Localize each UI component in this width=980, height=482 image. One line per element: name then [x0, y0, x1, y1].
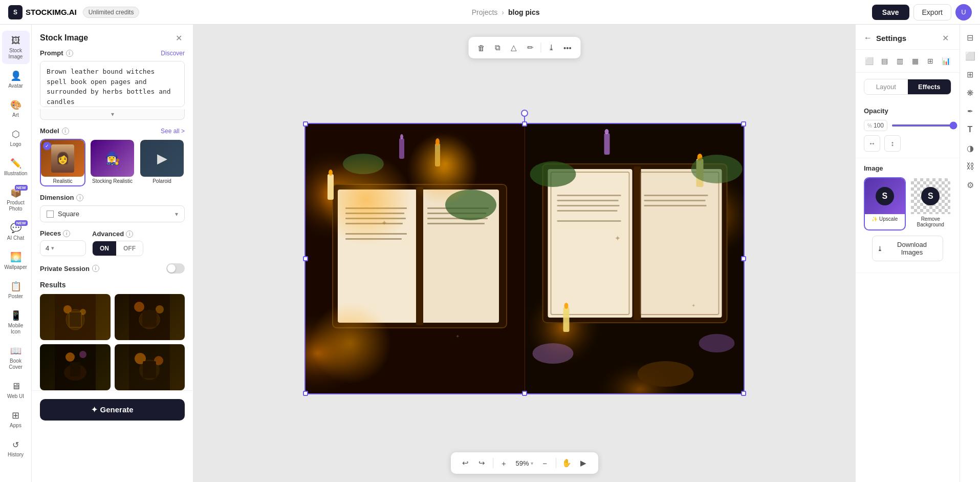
tab-effects[interactable]: Effects: [908, 79, 951, 94]
new-badge-chat: NEW: [15, 220, 28, 226]
result-image-2[interactable]: [115, 294, 185, 340]
bring-forward-button[interactable]: △: [506, 40, 521, 55]
align-right-button[interactable]: ▥: [893, 54, 907, 68]
prompt-input[interactable]: Brown leather bound witches spell book o…: [40, 61, 185, 107]
rotate-handle[interactable]: [521, 110, 528, 117]
remove-bg-logo: S: [921, 187, 940, 205]
sidebar-item-product-photo[interactable]: NEW 📦 Product Photo: [2, 183, 30, 216]
bottom-sep-2: [556, 458, 556, 468]
advanced-info-icon[interactable]: i: [126, 230, 133, 238]
opacity-slider[interactable]: [891, 124, 957, 127]
save-button[interactable]: Save: [872, 5, 909, 20]
sidebar-item-ai-chat[interactable]: NEW 💬 AI Chat: [2, 218, 30, 245]
dimension-label: Dimension i: [40, 194, 83, 201]
cursor-button[interactable]: ▶: [576, 455, 591, 471]
advanced-toggle: ON OFF: [92, 241, 143, 256]
layers-button[interactable]: ⊟: [962, 29, 979, 46]
result-image-3[interactable]: [40, 344, 111, 390]
upscale-card[interactable]: S ✨ Upscale: [864, 177, 906, 230]
sidebar-item-poster[interactable]: 📋 Poster: [2, 277, 30, 304]
settings-back-button[interactable]: ←: [864, 33, 872, 43]
zoom-out-button[interactable]: −: [537, 455, 553, 471]
topbar-right: Save Export U: [872, 4, 972, 20]
canvas-image-container[interactable]: ✦ ✦: [304, 123, 745, 394]
generate-button[interactable]: ✦ Generate: [40, 399, 185, 421]
avatar-icon: 👤: [10, 70, 21, 81]
remove-bg-card[interactable]: S Remove Background: [910, 177, 952, 230]
settings-tool-button[interactable]: ⚙: [962, 176, 979, 194]
model-img-stocking: 🧙‍♀️: [91, 140, 134, 177]
grid-tool-button[interactable]: ⊞: [962, 66, 979, 83]
text-tool-button[interactable]: T: [962, 121, 979, 138]
private-info-icon[interactable]: i: [92, 265, 99, 272]
model-card-stocking[interactable]: 🧙‍♀️ Stocking Realistic: [90, 139, 135, 186]
pieces-select[interactable]: 4 ▾: [40, 240, 86, 256]
breadcrumb-root[interactable]: Projects: [472, 8, 498, 16]
prompt-info-icon[interactable]: i: [66, 50, 73, 57]
duplicate-button[interactable]: ⧉: [490, 40, 505, 55]
sidebar-item-logo[interactable]: ⬡ Logo: [2, 124, 30, 152]
elements-button[interactable]: ❋: [962, 84, 979, 101]
discover-link[interactable]: Discover: [161, 50, 185, 57]
model-section: Model i See all > 👩 ✓ Realistic: [32, 127, 193, 194]
model-info-icon[interactable]: i: [62, 128, 69, 135]
model-name-realistic: Realistic: [41, 177, 84, 185]
flip-vertical-button[interactable]: ↕: [884, 135, 901, 152]
redo-button[interactable]: ↪: [474, 455, 489, 471]
mask-button[interactable]: ◑: [962, 139, 979, 157]
delete-button[interactable]: 🗑: [473, 40, 489, 55]
export-button[interactable]: Export: [913, 4, 951, 20]
image-cards: S ✨ Upscale S Remove Background: [864, 177, 951, 230]
model-card-realistic[interactable]: 👩 ✓ Realistic: [40, 139, 85, 186]
sidebar-item-avatar[interactable]: 👤 Avatar: [2, 66, 30, 93]
zoom-in-button[interactable]: +: [496, 455, 511, 471]
sidebar-item-stock-image[interactable]: 🖼 Stock Image: [2, 31, 30, 64]
private-toggle[interactable]: [166, 263, 185, 274]
new-badge-product: NEW: [15, 185, 28, 191]
spell-book-image: ✦ ✦: [304, 123, 745, 394]
chain-button[interactable]: ⛓: [962, 158, 979, 175]
result-image-1[interactable]: [40, 294, 111, 340]
results-title: Results: [40, 281, 185, 289]
upscale-card-inner: S: [865, 178, 905, 214]
tab-layout[interactable]: Layout: [864, 79, 908, 94]
prompt-expand-button[interactable]: ▾: [40, 109, 185, 120]
sidebar-item-wallpaper[interactable]: 🌅 Wallpaper: [2, 247, 30, 275]
result-image-4[interactable]: [115, 344, 185, 390]
download-images-button[interactable]: ⤓ Download Images: [872, 236, 943, 261]
model-card-polaroid[interactable]: ▶ Polaroid: [139, 139, 185, 186]
sidebar-item-illustration[interactable]: ✏️ Illustration: [2, 154, 30, 181]
avatar[interactable]: U: [955, 4, 972, 20]
pieces-info-icon[interactable]: i: [63, 230, 70, 237]
sidebar-item-art[interactable]: 🎨 Art: [2, 95, 30, 122]
edit-button[interactable]: ✏: [522, 40, 538, 55]
illustration-icon: ✏️: [10, 158, 21, 169]
pan-button[interactable]: ✋: [559, 455, 575, 471]
dimension-info-icon[interactable]: i: [76, 194, 83, 201]
align-left-button[interactable]: ⬜: [862, 54, 877, 68]
see-all-link[interactable]: See all >: [161, 128, 185, 135]
sidebar-item-web-ui[interactable]: 🖥 Web UI: [2, 376, 30, 404]
sidebar-item-history[interactable]: ↺ History: [2, 435, 30, 462]
download-button[interactable]: ⤓: [543, 40, 559, 55]
flip-horizontal-button[interactable]: ↔: [864, 135, 880, 152]
sidebar-item-book-cover[interactable]: 📖 Book Cover: [2, 341, 30, 374]
align-top-button[interactable]: ▦: [908, 54, 922, 68]
dimension-select[interactable]: Square ▾: [40, 205, 185, 222]
undo-button[interactable]: ↩: [458, 455, 473, 471]
settings-close-button[interactable]: ✕: [939, 32, 951, 44]
pieces-label: Pieces i: [40, 229, 86, 237]
more-options-button[interactable]: •••: [560, 40, 575, 55]
breadcrumb-current: blog pics: [508, 8, 539, 16]
sidebar-item-mobile-icon[interactable]: 📱 Mobile Icon: [2, 306, 30, 339]
brush-button[interactable]: ✒: [962, 102, 979, 120]
advanced-on-button[interactable]: ON: [93, 241, 116, 256]
zoom-display[interactable]: 59% ▾: [512, 459, 536, 467]
distribute-button[interactable]: ⊞: [923, 54, 938, 68]
panel-close-button[interactable]: ✕: [172, 32, 185, 44]
advanced-off-button[interactable]: OFF: [116, 241, 143, 256]
chart-button[interactable]: 📊: [939, 54, 953, 68]
sidebar-item-apps[interactable]: ⊞ Apps: [2, 406, 30, 433]
align-center-button[interactable]: ▤: [878, 54, 892, 68]
frames-button[interactable]: ⬜: [962, 47, 979, 65]
